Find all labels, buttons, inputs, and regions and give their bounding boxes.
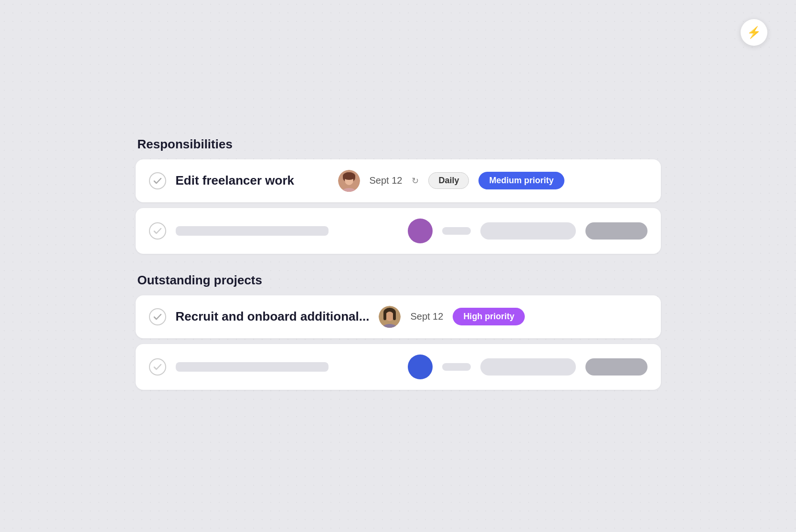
skeleton-date-1 [442, 227, 471, 235]
skeleton-date-2 [442, 363, 471, 371]
task-card-edit-freelancer[interactable]: Edit freelancer work Sept 12 [136, 159, 661, 202]
svg-rect-12 [383, 313, 386, 320]
svg-point-7 [149, 223, 166, 239]
lightning-icon: ⚡ [747, 26, 761, 39]
task-date-1: Sept 12 [370, 175, 403, 186]
task-date-2: Sept 12 [410, 311, 443, 322]
skeleton-pill-dark-2 [585, 358, 647, 376]
outstanding-title: Outstanding projects [136, 273, 661, 288]
avatar-1 [338, 170, 360, 192]
svg-point-16 [149, 359, 166, 375]
skeleton-pill-2 [480, 358, 576, 376]
badge-high-priority[interactable]: High priority [453, 308, 525, 325]
check-icon-1[interactable] [149, 172, 166, 189]
skeleton-text-2 [176, 362, 329, 372]
skeleton-pill-1 [480, 222, 576, 240]
check-icon-skel-1 [149, 222, 166, 240]
main-content: Responsibilities Edit freelancer work [136, 127, 661, 405]
responsibilities-title: Responsibilities [136, 137, 661, 152]
skeleton-card-1 [136, 208, 661, 254]
check-icon-skel-2 [149, 358, 166, 376]
task-title-recruit: Recruit and onboard additional... [176, 309, 370, 324]
badge-daily[interactable]: Daily [428, 172, 469, 189]
task-card-recruit[interactable]: Recruit and onboard additional... [136, 295, 661, 338]
skeleton-pill-dark-1 [585, 222, 647, 240]
skeleton-card-2 [136, 344, 661, 390]
check-icon-2[interactable] [149, 308, 166, 325]
svg-point-8 [149, 309, 166, 325]
svg-rect-13 [393, 313, 396, 320]
outstanding-section: Outstanding projects Recruit and onboard… [136, 273, 661, 390]
skeleton-avatar-2 [408, 355, 433, 379]
skeleton-text-1 [176, 226, 329, 236]
avatar-2 [379, 306, 401, 328]
svg-point-4 [343, 172, 355, 180]
task-title-edit-freelancer: Edit freelancer work [176, 173, 329, 188]
responsibilities-section: Responsibilities Edit freelancer work [136, 137, 661, 254]
skeleton-avatar-1 [408, 219, 433, 243]
badge-medium-priority[interactable]: Medium priority [478, 172, 564, 189]
lightning-button[interactable]: ⚡ [741, 19, 767, 46]
repeat-icon[interactable]: ↻ [412, 176, 419, 186]
svg-point-11 [385, 312, 394, 321]
svg-point-0 [149, 173, 166, 189]
